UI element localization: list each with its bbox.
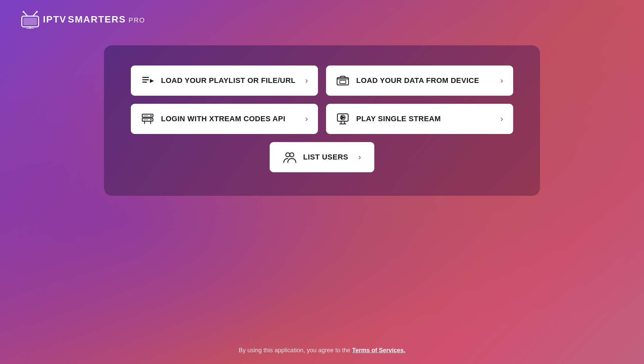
load-playlist-chevron: › [305, 76, 308, 85]
load-device-chevron: › [500, 76, 503, 85]
stream-icon [336, 112, 350, 126]
load-playlist-label: LOAD YOUR PLAYLIST OR FILE/URL [161, 76, 296, 85]
svg-rect-8 [142, 77, 149, 78]
svg-rect-5 [23, 18, 37, 25]
single-stream-label: PLAY SINGLE STREAM [356, 115, 441, 123]
header: IPTV SMARTERS PRO [0, 0, 644, 39]
terms-link[interactable]: Terms of Services. [352, 347, 406, 354]
xtream-codes-chevron: › [305, 114, 308, 124]
logo-iptv: IPTV [43, 14, 66, 25]
users-icon [283, 150, 297, 164]
list-users-label: LIST USERS [303, 153, 348, 162]
xtream-codes-label: LOGIN WITH XTREAM CODES API [161, 115, 285, 123]
list-users-chevron: › [358, 152, 361, 162]
svg-point-28 [286, 153, 290, 157]
button-row-2: LOGIN WITH XTREAM CODES API › [131, 104, 513, 134]
svg-rect-18 [144, 115, 148, 116]
button-row-1: LOAD YOUR PLAYLIST OR FILE/URL › LOAD YO… [131, 65, 513, 96]
load-device-button[interactable]: LOAD YOUR DATA FROM DEVICE › [326, 65, 513, 96]
svg-point-29 [290, 153, 294, 157]
svg-line-0 [23, 12, 28, 16]
center-button-row: LIST USERS › [131, 142, 513, 172]
single-stream-button[interactable]: PLAY SINGLE STREAM › [326, 104, 513, 134]
svg-point-16 [150, 115, 152, 117]
logo-smarters: SMARTERS [68, 14, 126, 25]
logo: IPTV SMARTERS PRO [20, 10, 145, 29]
svg-rect-19 [144, 119, 148, 120]
svg-rect-10 [142, 82, 147, 83]
svg-line-1 [33, 12, 37, 16]
main-card: LOAD YOUR PLAYLIST OR FILE/URL › LOAD YO… [104, 45, 540, 196]
load-playlist-button[interactable]: LOAD YOUR PLAYLIST OR FILE/URL › [131, 65, 318, 96]
device-icon [336, 74, 350, 87]
svg-rect-13 [340, 80, 346, 84]
list-users-button[interactable]: LIST USERS › [270, 142, 375, 172]
logo-text: IPTV SMARTERS PRO [43, 14, 145, 25]
tv-logo-icon [20, 10, 40, 29]
playlist-icon [141, 74, 154, 87]
single-stream-chevron: › [500, 114, 503, 124]
load-device-label: LOAD YOUR DATA FROM DEVICE [356, 76, 479, 85]
svg-rect-9 [142, 79, 149, 80]
svg-point-3 [36, 11, 38, 13]
footer-text: By using this application, you agree to … [239, 347, 352, 354]
svg-point-17 [150, 119, 152, 121]
footer: By using this application, you agree to … [0, 347, 644, 354]
logo-pro: PRO [128, 16, 145, 24]
svg-point-2 [23, 11, 24, 13]
svg-marker-11 [150, 79, 154, 83]
xtream-codes-button[interactable]: LOGIN WITH XTREAM CODES API › [131, 104, 318, 134]
xtream-icon [141, 112, 154, 126]
